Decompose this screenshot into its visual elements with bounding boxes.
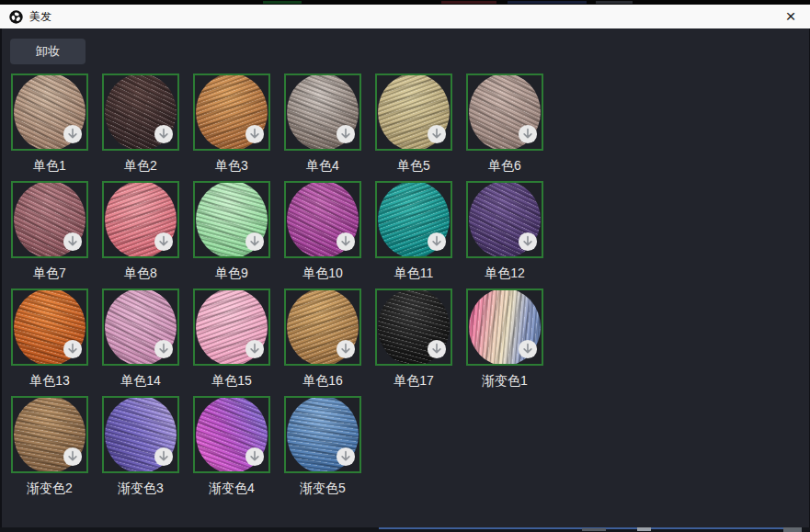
hair-style-grid: 单色1单色2单色3单色4单色5单色6单色7单色8单色9单色10单色11单色12单… [11, 74, 543, 504]
hair-style-item: 单色16 [284, 289, 361, 396]
download-icon[interactable] [154, 339, 174, 359]
background-app-strip-bottom [0, 527, 810, 532]
hair-swatch-2[interactable] [102, 74, 179, 151]
background-speck [783, 527, 802, 532]
hair-swatch-6[interactable] [466, 74, 543, 151]
background-speck [637, 527, 651, 531]
hair-swatch-12[interactable] [466, 181, 543, 258]
download-icon[interactable] [154, 447, 174, 467]
hair-style-item: 渐变色1 [466, 289, 543, 396]
hair-style-item: 单色2 [102, 74, 179, 181]
dialog-body: 卸妆 单色1单色2单色3单色4单色5单色6单色7单色8单色9单色10单色11单色… [0, 28, 810, 527]
hair-style-item: 单色1 [11, 74, 88, 181]
hair-style-label: 单色8 [102, 258, 179, 289]
hair-style-item: 单色9 [193, 181, 270, 289]
hair-style-label: 单色13 [11, 366, 88, 396]
hair-style-item: 单色14 [102, 289, 179, 396]
hair-style-item: 渐变色3 [102, 396, 179, 504]
hair-style-item: 渐变色4 [193, 396, 270, 504]
hair-swatch-10[interactable] [284, 181, 361, 258]
hair-style-label: 渐变色2 [11, 473, 88, 504]
hair-style-item: 单色5 [375, 74, 452, 181]
hair-style-item: 单色13 [11, 289, 88, 396]
hair-style-item: 单色7 [11, 181, 88, 289]
download-icon[interactable] [245, 339, 265, 359]
hair-swatch-14[interactable] [102, 289, 179, 366]
hair-style-label: 渐变色1 [466, 366, 543, 396]
dialog-titlebar[interactable]: 美发 × [0, 5, 810, 28]
hair-swatch-22[interactable] [284, 396, 361, 473]
hair-swatch-16[interactable] [284, 289, 361, 366]
download-icon[interactable] [63, 339, 83, 359]
download-icon[interactable] [245, 124, 265, 144]
background-speck [263, 1, 302, 4]
download-icon[interactable] [154, 124, 174, 144]
hair-style-item: 单色10 [284, 181, 361, 289]
download-icon[interactable] [518, 339, 538, 359]
download-icon[interactable] [154, 232, 174, 252]
hair-style-label: 单色15 [193, 366, 270, 396]
hair-style-item: 单色3 [193, 74, 270, 181]
hair-swatch-21[interactable] [193, 396, 270, 473]
hair-style-label: 单色9 [193, 258, 270, 289]
hair-style-item: 渐变色2 [11, 396, 88, 504]
download-icon[interactable] [336, 447, 356, 467]
download-icon[interactable] [518, 124, 538, 144]
hair-style-label: 单色17 [375, 366, 452, 396]
screen: 美发 × 卸妆 单色1单色2单色3单色4单色5单色6单色7单色8单色9单色10单… [0, 0, 810, 532]
hair-style-item: 单色6 [466, 74, 543, 181]
download-icon[interactable] [427, 339, 447, 359]
hair-style-label: 渐变色4 [193, 473, 270, 504]
hair-style-item: 单色15 [193, 289, 270, 396]
hair-style-item: 渐变色5 [284, 396, 361, 504]
hair-swatch-5[interactable] [375, 74, 452, 151]
hair-swatch-19[interactable] [11, 396, 88, 473]
hair-swatch-7[interactable] [11, 181, 88, 258]
hair-style-label: 单色16 [284, 366, 361, 396]
download-icon[interactable] [427, 124, 447, 144]
download-icon[interactable] [245, 447, 265, 467]
download-icon[interactable] [245, 232, 265, 252]
background-speck [508, 1, 587, 4]
download-icon[interactable] [63, 232, 83, 252]
hair-swatch-4[interactable] [284, 74, 361, 151]
hair-style-label: 单色1 [11, 151, 88, 181]
dialog-title: 美发 [29, 9, 51, 25]
remove-makeup-button[interactable]: 卸妆 [10, 39, 86, 64]
hair-style-label: 单色14 [102, 366, 179, 396]
hair-style-label: 单色10 [284, 258, 361, 289]
hair-swatch-8[interactable] [102, 181, 179, 258]
hair-swatch-9[interactable] [193, 181, 270, 258]
hair-swatch-17[interactable] [375, 289, 452, 366]
download-icon[interactable] [63, 124, 83, 144]
hair-style-label: 单色12 [466, 258, 543, 289]
close-icon[interactable]: × [781, 6, 801, 27]
hair-swatch-20[interactable] [102, 396, 179, 473]
hair-swatch-18[interactable] [466, 289, 543, 366]
background-speck [441, 1, 496, 4]
hair-swatch-13[interactable] [11, 289, 88, 366]
hair-style-label: 单色3 [193, 151, 270, 181]
hair-style-label: 渐变色3 [102, 473, 179, 504]
hair-style-item: 单色8 [102, 181, 179, 289]
background-speck [596, 1, 633, 4]
hair-style-label: 单色11 [375, 258, 452, 289]
hair-swatch-15[interactable] [193, 289, 270, 366]
hair-style-item: 单色11 [375, 181, 452, 289]
hair-swatch-11[interactable] [375, 181, 452, 258]
background-speck [582, 528, 606, 531]
hair-style-label: 渐变色5 [284, 473, 361, 504]
hair-style-label: 单色7 [11, 258, 88, 289]
download-icon[interactable] [336, 232, 356, 252]
hair-style-label: 单色5 [375, 151, 452, 181]
download-icon[interactable] [336, 339, 356, 359]
hair-style-item: 单色17 [375, 289, 452, 396]
download-icon[interactable] [427, 232, 447, 252]
hair-swatch-1[interactable] [11, 74, 88, 151]
download-icon[interactable] [63, 447, 83, 467]
download-icon[interactable] [336, 124, 356, 144]
hair-style-item: 单色4 [284, 74, 361, 181]
hair-swatch-3[interactable] [193, 74, 270, 151]
hair-style-label: 单色6 [466, 151, 543, 181]
download-icon[interactable] [518, 232, 538, 252]
